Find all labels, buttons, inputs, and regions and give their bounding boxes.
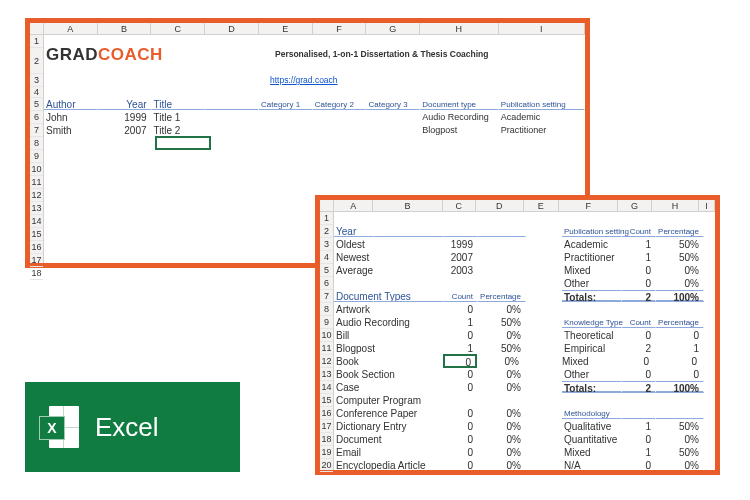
col-cat3[interactable]: Category 3 (366, 98, 420, 110)
column-headers[interactable]: ABCDEFGHI (334, 200, 715, 212)
table-row[interactable]: Oldest1999Academic150% (334, 238, 715, 251)
row-headers[interactable]: 1234567891011121314151617181920 (320, 212, 334, 470)
table-row[interactable]: Case00%Totals:2100% (334, 381, 715, 394)
table-row[interactable]: Newest2007Practitioner150% (334, 251, 715, 264)
table-row[interactable] (334, 212, 715, 225)
column-headers[interactable]: ABCDEFGHI (44, 23, 585, 35)
col-year[interactable]: Year (98, 98, 152, 110)
excel-icon: X (39, 404, 85, 450)
table-row[interactable]: Other00% (334, 277, 715, 290)
gradcoach-link[interactable]: https://grad.coach (268, 74, 468, 86)
tagline: Personalised, 1-on-1 Dissertation & Thes… (273, 48, 573, 73)
table-row[interactable]: John1999Title 1Audio RecordingAcademic (44, 111, 585, 124)
excel-logo-tile: X Excel (25, 382, 240, 472)
col-cat1[interactable]: Category 1 (259, 98, 313, 110)
table-row[interactable]: YearPublication settingCountPercentage (334, 225, 715, 238)
sheet-corner[interactable] (320, 200, 334, 212)
col-title[interactable]: Title (152, 98, 206, 110)
table-row[interactable]: Email00%Mixed150% (334, 446, 715, 459)
table-row[interactable]: Encyclopedia Article00%N/A00% (334, 459, 715, 470)
col-doctype[interactable]: Document type (420, 98, 499, 110)
col-author[interactable]: Author (44, 98, 98, 110)
table-row[interactable]: Bill00%Theoretical00 (334, 329, 715, 342)
col-cat2[interactable]: Category 2 (313, 98, 367, 110)
row-headers[interactable]: 123456789101112131415161718 (30, 35, 44, 263)
table-row[interactable]: Computer Program (334, 394, 715, 407)
spreadsheet-panel-bottom: ABCDEFGHI 123456789101112131415161718192… (315, 195, 720, 475)
table-row[interactable]: Artwork00% (334, 303, 715, 316)
sheet-corner[interactable] (30, 23, 44, 35)
table-row[interactable]: Book Section00%Other00 (334, 368, 715, 381)
active-cell-c8[interactable] (155, 136, 211, 150)
table-row[interactable]: Smith2007Title 2BlogpostPractitioner (44, 124, 585, 137)
table-row[interactable]: Blogpost150%Empirical21 (334, 342, 715, 355)
table-row[interactable]: Audio Recording150%Knowledge TypeCountPe… (334, 316, 715, 329)
table-row[interactable]: Dictionary Entry00%Qualitative150% (334, 420, 715, 433)
table-row[interactable]: Document00%Quantitative00% (334, 433, 715, 446)
col-pubset[interactable]: Publication setting (499, 98, 585, 110)
excel-label: Excel (95, 412, 159, 443)
gradcoach-logo: GRADCOACH (44, 48, 100, 73)
table-row[interactable]: Average2003Mixed00% (334, 264, 715, 277)
table-row[interactable]: Conference Paper00%Methodology (334, 407, 715, 420)
table-row[interactable]: Document TypesCountPercentageTotals:2100… (334, 290, 715, 303)
table-row[interactable]: Book00%Mixed00 (334, 355, 715, 368)
